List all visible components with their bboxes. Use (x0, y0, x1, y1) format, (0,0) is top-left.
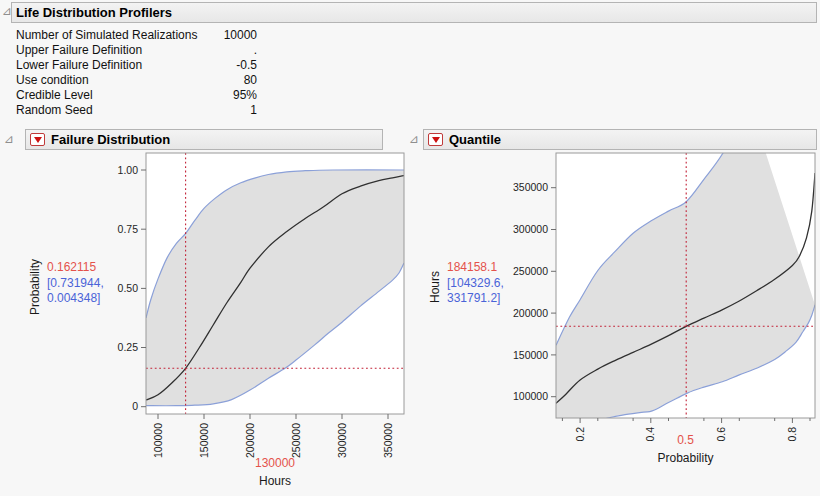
red-triangle-menu-button[interactable] (428, 133, 443, 146)
row-label: Random Seed (16, 103, 93, 118)
svg-text:200000: 200000 (513, 307, 548, 319)
red-triangle-icon (34, 137, 42, 143)
svg-text:350000: 350000 (513, 181, 548, 193)
table-row: Upper Failure Definition . (16, 43, 257, 58)
svg-text:1.00: 1.00 (118, 164, 139, 176)
quantile-header: Quantile (423, 129, 817, 150)
svg-text:300000: 300000 (513, 223, 548, 235)
table-row: Credible Level 95% (16, 88, 257, 103)
svg-text:250000: 250000 (513, 265, 548, 277)
svg-text:250000: 250000 (290, 423, 302, 458)
failure-distribution-plot[interactable]: 10000015000020000025000030000035000000.2… (0, 150, 410, 496)
svg-text:150000: 150000 (513, 349, 548, 361)
svg-text:150000: 150000 (198, 423, 210, 458)
svg-text:100000: 100000 (513, 390, 548, 402)
row-value: -0.5 (236, 58, 257, 73)
credible-interval-upper: [0.731944, (47, 276, 104, 292)
red-triangle-menu-button[interactable] (30, 133, 45, 146)
table-row: Use condition 80 (16, 73, 257, 88)
table-row: Number of Simulated Realizations 10000 (16, 28, 257, 43)
y-tick-labels: 100000150000200000250000300000350000 (513, 181, 548, 402)
credible-interval-lower: [104329.6, (447, 276, 504, 292)
x-axis-title: Probability (556, 451, 815, 465)
current-probability-value[interactable]: 0.5 (556, 433, 815, 447)
row-label: Use condition (16, 73, 89, 88)
table-row: Lower Failure Definition -0.5 (16, 58, 257, 73)
row-value: 95% (233, 88, 257, 103)
red-triangle-icon (432, 137, 440, 143)
row-value: . (254, 43, 257, 58)
page-title: Life Distribution Profilers (16, 5, 172, 20)
svg-text:100000: 100000 (152, 423, 164, 458)
y-axis-title: Probability (28, 247, 42, 327)
current-hours-value: 184158.1 (447, 260, 504, 276)
svg-text:0.75: 0.75 (118, 223, 139, 235)
quantile-current-values: 184158.1 [104329.6, 331791.2] (447, 260, 504, 307)
disclosure-triangle-icon[interactable]: ⊿ (409, 133, 419, 145)
row-label: Upper Failure Definition (16, 43, 142, 58)
x-axis-title: Hours (146, 474, 404, 488)
summary-table: Number of Simulated Realizations 10000 U… (16, 28, 257, 118)
failure-current-values: 0.162115 [0.731944, 0.004348] (47, 260, 104, 307)
disclosure-triangle-icon[interactable]: ⊿ (4, 133, 14, 145)
current-hours-value[interactable]: 130000 (146, 456, 404, 470)
svg-text:200000: 200000 (244, 423, 256, 458)
svg-text:0.25: 0.25 (118, 341, 139, 353)
failure-distribution-header: Failure Distribution (25, 129, 383, 150)
svg-text:300000: 300000 (336, 423, 348, 458)
credible-interval-upper: 331791.2] (447, 291, 504, 307)
svg-text:350000: 350000 (382, 423, 394, 458)
y-axis-title: Hours (428, 247, 442, 327)
credible-interval-lower: 0.004348] (47, 291, 104, 307)
x-tick-labels: 100000150000200000250000300000350000 (152, 423, 394, 458)
row-label: Number of Simulated Realizations (16, 28, 197, 43)
main-header-bar[interactable]: Life Distribution Profilers (11, 2, 817, 23)
jmp-report-window: ⊿ Life Distribution Profilers Number of … (0, 0, 820, 496)
table-row: Random Seed 1 (16, 103, 257, 118)
panel-title: Quantile (449, 132, 501, 147)
row-value: 80 (244, 73, 257, 88)
row-value: 1 (250, 103, 257, 118)
row-label: Credible Level (16, 88, 93, 103)
row-value: 10000 (224, 28, 257, 43)
svg-text:0: 0 (132, 400, 138, 412)
svg-text:0.50: 0.50 (118, 282, 139, 294)
row-label: Lower Failure Definition (16, 58, 142, 73)
y-tick-labels: 00.250.500.751.00 (118, 164, 139, 413)
panel-title: Failure Distribution (51, 132, 170, 147)
current-probability-value: 0.162115 (47, 260, 104, 276)
